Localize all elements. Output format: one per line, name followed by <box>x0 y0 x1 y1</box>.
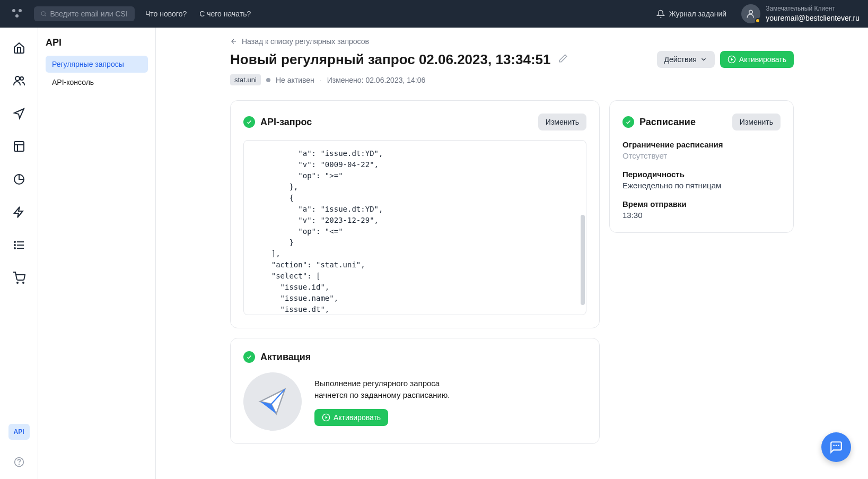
app-logo[interactable] <box>8 5 25 22</box>
api-card-title: API-запрос <box>260 117 312 128</box>
activation-description: Выполнение регулярного запроса начнется … <box>314 378 474 402</box>
schedule-time-value: 13:30 <box>622 211 781 220</box>
chevron-down-icon <box>700 56 707 63</box>
meta-row: stat.uni Не активен · Изменено: 02.06.20… <box>230 74 794 85</box>
sidebar: API Регулярные запросы API-консоль <box>38 28 156 479</box>
check-icon <box>243 116 255 128</box>
check-icon <box>622 116 634 128</box>
play-circle-icon <box>727 55 736 64</box>
svg-point-0 <box>12 9 15 12</box>
list-icon <box>13 239 25 251</box>
nav-users[interactable] <box>8 70 30 91</box>
send-icon <box>13 107 25 120</box>
nav-layout[interactable] <box>8 136 30 157</box>
search-input[interactable] <box>50 10 128 18</box>
user-email: youremail@bestclientever.ru <box>766 13 860 23</box>
whats-new-link[interactable]: Что нового? <box>145 10 187 18</box>
code-content: "a": "issue.dt:YD", "v": "0009-04-22", "… <box>253 149 383 315</box>
getting-started-link[interactable]: С чего начать? <box>199 10 251 18</box>
schedule-limit-label: Ограничение расписания <box>622 140 781 149</box>
svg-rect-8 <box>14 142 24 151</box>
nav-chart[interactable] <box>8 169 30 190</box>
activate-card-label: Активировать <box>334 413 381 422</box>
plane-illustration <box>243 372 302 431</box>
main-content: Назад к списку регулярных запросов Новый… <box>156 28 868 479</box>
svg-point-1 <box>19 9 22 12</box>
avatar <box>741 4 760 23</box>
nav-api[interactable]: API <box>8 424 30 440</box>
svg-point-6 <box>15 76 20 81</box>
svg-point-2 <box>15 14 19 18</box>
paper-plane-icon <box>258 387 287 416</box>
nav-list[interactable] <box>8 234 30 256</box>
nav-home[interactable] <box>8 37 30 58</box>
cart-icon <box>13 272 25 284</box>
pencil-icon <box>558 54 568 63</box>
api-request-card: API-запрос Изменить "a": "issue.dt:YD", … <box>230 100 600 328</box>
schedule-limit-value: Отсутствует <box>622 151 781 160</box>
svg-point-15 <box>14 245 15 246</box>
nav-bolt[interactable] <box>8 202 30 223</box>
back-link[interactable]: Назад к списку регулярных запросов <box>230 37 794 46</box>
chat-button[interactable] <box>821 432 851 462</box>
chat-icon <box>829 440 843 454</box>
play-circle-icon <box>322 413 330 422</box>
arrow-left-icon <box>230 38 238 45</box>
user-name: Замечательный Клиент <box>766 5 860 13</box>
actions-label: Действия <box>664 55 697 64</box>
users-icon <box>13 74 25 87</box>
schedule-card: Расписание Изменить Ограничение расписан… <box>609 100 794 233</box>
pie-chart-icon <box>13 173 25 186</box>
schedule-freq-value: Еженедельно по пятницам <box>622 181 781 190</box>
nav-help[interactable] <box>8 451 30 473</box>
nav-send[interactable] <box>8 103 30 124</box>
user-menu[interactable]: Замечательный Клиент youremail@bestclien… <box>741 4 860 23</box>
code-viewer[interactable]: "a": "issue.dt:YD", "v": "0009-04-22", "… <box>243 140 586 315</box>
actions-dropdown[interactable]: Действия <box>657 51 715 68</box>
action-tag: stat.uni <box>230 74 261 85</box>
svg-point-14 <box>14 241 15 242</box>
nav-cart[interactable] <box>8 267 30 289</box>
svg-point-3 <box>41 12 45 15</box>
user-icon <box>746 8 756 19</box>
page-title: Новый регулярный запрос 02.06.2023, 13:3… <box>230 51 551 68</box>
sidebar-item-regular-requests[interactable]: Регулярные запросы <box>46 56 148 73</box>
activate-button-top[interactable]: Активировать <box>720 51 794 68</box>
check-icon <box>243 351 255 363</box>
activation-card-title: Активация <box>260 352 311 363</box>
search-box[interactable] <box>34 6 135 21</box>
svg-line-4 <box>45 15 46 16</box>
svg-point-17 <box>17 282 18 283</box>
svg-point-16 <box>14 248 15 249</box>
sidebar-item-api-console[interactable]: API-консоль <box>46 74 148 91</box>
scrollbar[interactable] <box>581 215 585 305</box>
status-text: Не активен <box>276 76 314 84</box>
home-icon <box>13 41 25 54</box>
modified-text: Изменено: 02.06.2023, 14:06 <box>327 76 426 84</box>
activation-card: Активация Выполнение регулярного запроса… <box>230 338 600 444</box>
svg-point-18 <box>23 282 24 283</box>
bolt-icon <box>13 206 25 219</box>
left-rail: API <box>0 28 38 479</box>
svg-point-7 <box>20 77 23 80</box>
edit-api-button[interactable]: Изменить <box>538 114 586 130</box>
top-bar: Что нового? С чего начать? Журнал задани… <box>0 0 868 28</box>
status-dot <box>266 78 270 82</box>
help-icon <box>14 457 24 467</box>
back-label: Назад к списку регулярных запросов <box>242 37 369 46</box>
layout-icon <box>13 140 25 153</box>
schedule-card-title: Расписание <box>639 117 696 128</box>
sidebar-title: API <box>46 37 148 48</box>
activate-button-card[interactable]: Активировать <box>314 409 388 426</box>
task-journal-link[interactable]: Журнал заданий <box>656 10 727 18</box>
svg-point-5 <box>749 10 753 14</box>
schedule-freq-label: Периодичность <box>622 170 781 179</box>
edit-schedule-button[interactable]: Изменить <box>732 114 781 130</box>
schedule-time-label: Время отправки <box>622 199 781 208</box>
bell-icon <box>656 10 665 18</box>
activate-label: Активировать <box>739 55 786 64</box>
svg-point-20 <box>19 464 19 465</box>
journal-label: Журнал заданий <box>669 10 727 18</box>
edit-title-button[interactable] <box>558 54 568 65</box>
